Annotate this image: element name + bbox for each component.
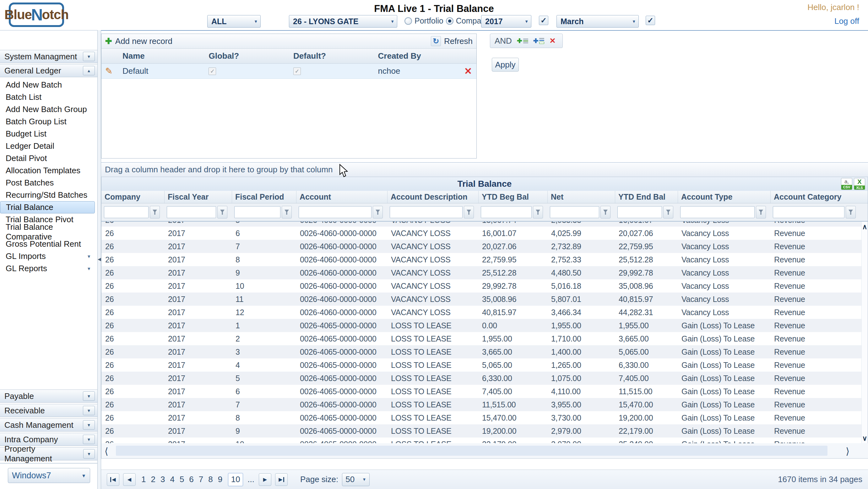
sidebar-item-batch-group-list[interactable]: Batch Group List [0, 116, 97, 128]
default-checkbox[interactable]: ✓ [293, 67, 301, 75]
filter-funnel-button[interactable] [373, 206, 383, 219]
refresh-button[interactable]: Refresh [444, 36, 473, 46]
table-row[interactable]: 26201790026-4065-0000-0000LOSS TO LEASE1… [101, 424, 868, 437]
filter-funnel-button[interactable] [756, 206, 766, 219]
sidebar-section-general-ledger[interactable]: General Ledger▲ [0, 64, 97, 77]
column-header-created-by[interactable]: Created By [374, 51, 461, 61]
theme-dropdown[interactable]: Windows7 ▼ [8, 468, 90, 483]
column-header-global[interactable]: Global? [205, 51, 289, 61]
last-page-button[interactable]: ▶ [275, 473, 288, 486]
scroll-right-icon[interactable]: ⟩ [846, 446, 849, 457]
page-link-9[interactable]: 9 [218, 475, 222, 484]
filter-input-ytd-beg-bal[interactable] [481, 206, 532, 218]
sidebar-section-receivable[interactable]: Receivable▼ [0, 404, 97, 417]
portfolio-scope-dropdown[interactable]: ALL ▼ [207, 15, 261, 28]
export-xls-icon[interactable]: X XLS [854, 178, 865, 190]
table-row[interactable]: 262017100026-4060-0000-0000VACANCY LOSS2… [101, 279, 868, 293]
page-link-4[interactable]: 4 [170, 475, 174, 484]
filter-funnel-button[interactable] [282, 206, 292, 219]
table-row[interactable]: 26201730026-4065-0000-0000LOSS TO LEASE3… [101, 345, 868, 358]
panel-splitter[interactable]: ◀ [97, 30, 101, 489]
column-header-default[interactable]: Default? [289, 51, 374, 61]
month-dropdown[interactable]: March ▼ [556, 15, 639, 28]
next-page-button[interactable]: ▶ [259, 473, 271, 486]
table-row[interactable]: 262017110026-4060-0000-0000VACANCY LOSS3… [101, 293, 868, 306]
scroll-down-icon[interactable]: ∨ [862, 435, 867, 442]
filter-input-account-type[interactable] [680, 206, 755, 218]
expand-button[interactable]: ▼ [83, 391, 95, 401]
remove-filter-icon[interactable]: ✕ [549, 36, 556, 45]
column-header-net[interactable]: Net [547, 191, 615, 203]
filter-input-fiscal-year[interactable] [167, 206, 216, 218]
filter-funnel-button[interactable] [846, 206, 856, 219]
page-link-8[interactable]: 8 [208, 475, 213, 484]
expand-button[interactable]: ▼ [83, 406, 95, 415]
sidebar-section-payable[interactable]: Payable▼ [0, 390, 97, 403]
table-row[interactable]: 26201710026-4065-0000-0000LOSS TO LEASE0… [101, 319, 868, 332]
filter-input-account-category[interactable] [773, 206, 844, 218]
column-header-fiscal-period[interactable]: Fiscal Period [232, 191, 296, 203]
log-off-link[interactable]: Log off [834, 16, 859, 26]
delete-icon[interactable]: ✕ [464, 66, 472, 76]
first-page-button[interactable]: ◀ [107, 473, 119, 486]
sidebar-item-batch-list[interactable]: Batch List [0, 91, 97, 103]
sidebar-item-recurring-std-batches[interactable]: Recurring/Std Batches [0, 189, 97, 201]
filter-funnel-button[interactable] [217, 206, 227, 219]
month-checkbox[interactable]: ✓ [646, 16, 655, 25]
filter-input-net[interactable] [550, 206, 599, 218]
page-link-2[interactable]: 2 [151, 475, 155, 484]
sidebar-item-gl-imports[interactable]: GL Imports▼ [0, 250, 97, 262]
table-row[interactable]: 26201780026-4060-0000-0000VACANCY LOSS22… [101, 253, 868, 266]
table-row[interactable]: 26201740026-4065-0000-0000LOSS TO LEASE5… [101, 358, 868, 371]
scroll-up-icon[interactable]: ∧ [862, 224, 867, 230]
table-row[interactable]: 262017120026-4060-0000-0000VACANCY LOSS4… [101, 306, 868, 319]
page-link-3[interactable]: 3 [160, 475, 165, 484]
page-link-6[interactable]: 6 [189, 475, 193, 484]
table-row[interactable]: 26201780026-4065-0000-0000LOSS TO LEASE1… [101, 411, 868, 424]
company-radio[interactable] [446, 17, 454, 25]
table-row[interactable]: 26201750026-4065-0000-0000LOSS TO LEASE6… [101, 371, 868, 385]
expand-button[interactable]: ▼ [83, 449, 95, 459]
vertical-scrollbar[interactable]: ∧ ∨ [861, 222, 868, 444]
filter-funnel-button[interactable] [464, 206, 474, 219]
add-group-button[interactable]: ✚ [533, 37, 545, 44]
expand-button[interactable]: ▼ [83, 435, 95, 444]
table-row[interactable]: 26201750026-4060-0000-0000VACANCY LOSS13… [101, 222, 868, 227]
column-header-account-description[interactable]: Account Description [387, 191, 478, 203]
table-row[interactable]: 26201720026-4065-0000-0000LOSS TO LEASE1… [101, 332, 868, 345]
page-size-dropdown[interactable]: 50 ▼ [342, 473, 370, 486]
sidebar-item-ledger-detail[interactable]: Ledger Detail [0, 140, 97, 152]
sidebar-item-post-batches[interactable]: Post Batches [0, 177, 97, 189]
page-link-1[interactable]: 1 [141, 475, 146, 484]
year-dropdown[interactable]: 2017 ▼ [481, 15, 531, 28]
page-link-5[interactable]: 5 [180, 475, 184, 484]
table-row[interactable]: 262017100026-4065-0000-0000LOSS TO LEASE… [101, 437, 868, 444]
sidebar-item-add-new-batch-group[interactable]: Add New Batch Group [0, 103, 97, 116]
export-csv-icon[interactable]: a, CSV [841, 178, 852, 190]
apply-button[interactable]: Apply [492, 58, 519, 71]
scrollbar-thumb[interactable] [116, 446, 828, 456]
prev-page-button[interactable]: ◀ [123, 473, 136, 486]
column-header-account-category[interactable]: Account Category [770, 191, 860, 203]
sidebar-section-cash-management[interactable]: Cash Management▼ [0, 418, 97, 431]
scroll-left-icon[interactable]: ⟨ [104, 446, 108, 457]
sidebar-item-trial-balance-comparative[interactable]: Trial Balance Comparative [0, 226, 97, 238]
global-checkbox[interactable]: ✓ [209, 67, 216, 75]
sidebar-item-trial-balance[interactable]: Trial Balance [0, 201, 95, 214]
filter-funnel-button[interactable] [663, 206, 673, 219]
add-new-record-button[interactable]: Add new record [115, 36, 173, 46]
column-header-account-type[interactable]: Account Type [678, 191, 770, 203]
current-page-input[interactable]: 10 [228, 473, 243, 486]
sidebar-section-system-managment[interactable]: System Managment▼ [0, 50, 97, 63]
table-row[interactable]: 26201770026-4060-0000-0000VACANCY LOSS20… [101, 240, 868, 253]
year-checkbox[interactable]: ✓ [539, 16, 548, 25]
expand-button[interactable]: ▼ [83, 420, 95, 430]
portfolio-radio[interactable] [404, 17, 412, 25]
table-row[interactable]: ✎ Default ✓ ✓ nchoe ✕ [101, 64, 476, 79]
expand-button[interactable]: ▲ [83, 66, 95, 75]
column-header-ytd-end-bal[interactable]: YTD End Bal [615, 191, 678, 203]
filter-input-company[interactable] [104, 206, 149, 218]
filter-input-fiscal-period[interactable] [234, 206, 280, 218]
expand-button[interactable]: ▼ [83, 52, 95, 61]
filter-input-account[interactable] [299, 206, 372, 218]
